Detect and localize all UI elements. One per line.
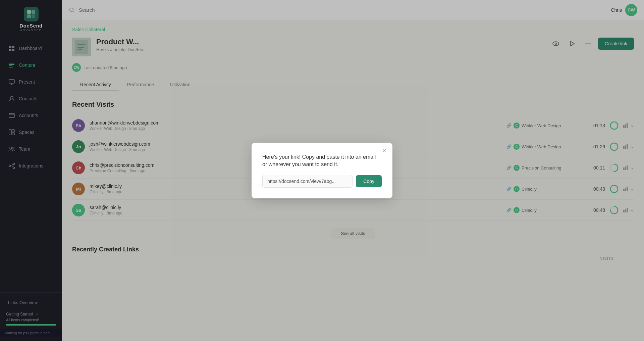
modal-title: Here's your link! Copy and paste it into… [262, 153, 382, 168]
modal-copy-button[interactable]: Copy [356, 175, 382, 187]
modal-close-button[interactable]: × [382, 147, 386, 154]
copy-link-modal: × Here's your link! Copy and paste it in… [252, 143, 392, 199]
modal-link-input[interactable] [262, 175, 353, 188]
modal-overlay[interactable]: × Here's your link! Copy and paste it in… [0, 0, 644, 341]
modal-link-row: Copy [262, 175, 382, 188]
